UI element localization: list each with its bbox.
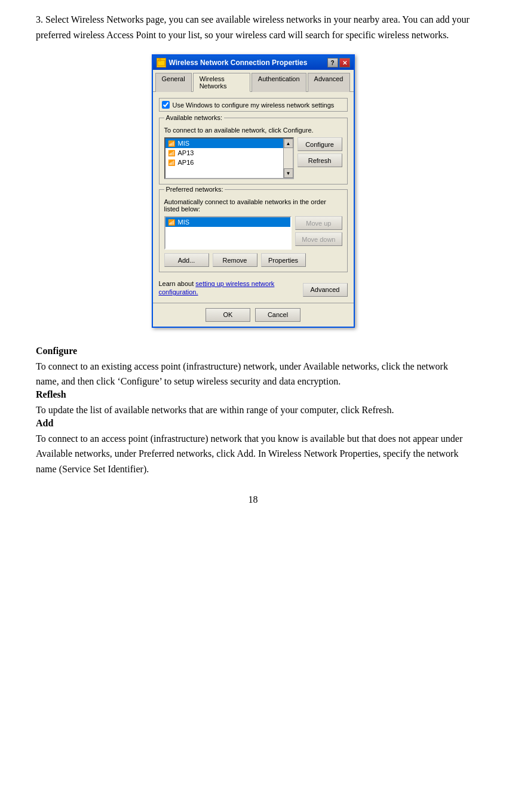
wifi-icon-ap16: 📶: [167, 158, 176, 167]
network-item-ap16[interactable]: 📶 AP16: [165, 158, 283, 167]
advanced-button[interactable]: Advanced: [303, 283, 348, 297]
scroll-track: [284, 148, 293, 168]
intro-paragraph: 3. Select Wireless Networks page, you ca…: [36, 12, 470, 42]
available-networks-row: 📶 MIS 📶 AP13 📶 AP16: [164, 137, 342, 179]
available-list[interactable]: 📶 MIS 📶 AP13 📶 AP16: [164, 137, 294, 179]
configure-button[interactable]: Configure: [298, 137, 342, 151]
bottom-area: Learn about setting up wireless network …: [159, 277, 348, 297]
preferred-legend: Preferred networks:: [164, 186, 225, 193]
titlebar-buttons: ? ✕: [327, 58, 350, 67]
preferred-item-mis[interactable]: 📶 MIS: [165, 217, 291, 227]
available-list-inner: 📶 MIS 📶 AP13 📶 AP16: [165, 139, 283, 178]
available-buttons: Configure Refresh: [298, 137, 342, 167]
titlebar-left: Wireless Network Connection Properties: [157, 58, 308, 67]
network-item-mis[interactable]: 📶 MIS: [165, 139, 283, 148]
wifi-icon-preferred-mis: 📶: [167, 218, 176, 226]
tab-authentication[interactable]: Authentication: [252, 73, 306, 92]
use-windows-label: Use Windows to configure my wireless net…: [173, 102, 335, 109]
page-number: 18: [36, 494, 470, 505]
available-desc: To connect to an available network, clic…: [164, 127, 342, 134]
add-button[interactable]: Add...: [164, 253, 209, 267]
network-name-mis: MIS: [178, 140, 190, 147]
network-item-ap13[interactable]: 📶 AP13: [165, 148, 283, 158]
preferred-move-buttons: Move up Move down: [295, 216, 342, 246]
cancel-button[interactable]: Cancel: [255, 308, 300, 322]
tab-advanced[interactable]: Advanced: [308, 73, 350, 92]
dialog-footer: OK Cancel: [153, 303, 354, 327]
available-list-scrollbar[interactable]: ▲ ▼: [283, 139, 293, 178]
use-windows-checkbox[interactable]: [162, 101, 170, 109]
scroll-down-arrow[interactable]: ▼: [284, 168, 293, 178]
dialog-body: Use Windows to configure my wireless net…: [153, 92, 354, 303]
add-heading: Add: [36, 418, 53, 428]
help-button[interactable]: ?: [327, 58, 338, 67]
dialog-title: Wireless Network Connection Properties: [169, 59, 308, 67]
available-networks-section: Available networks: To connect to an ava…: [159, 118, 348, 184]
network-name-ap16: AP16: [178, 159, 194, 166]
scroll-up-arrow[interactable]: ▲: [284, 139, 293, 148]
preferred-desc: Automatically connect to available netwo…: [164, 198, 342, 213]
use-windows-checkbox-row: Use Windows to configure my wireless net…: [159, 98, 348, 112]
available-legend: Available networks:: [164, 114, 225, 121]
preferred-networks-row: 📶 MIS Move up Move down: [164, 216, 342, 250]
dialog-wrapper: Wireless Network Connection Properties ?…: [36, 54, 470, 328]
wifi-icon-mis: 📶: [167, 139, 176, 147]
move-up-button[interactable]: Move up: [295, 216, 342, 230]
available-list-wrapper: 📶 MIS 📶 AP13 📶 AP16: [164, 137, 294, 179]
ok-button[interactable]: OK: [206, 308, 250, 322]
configure-section: Configure To connect to an existing acce…: [36, 346, 470, 389]
properties-button[interactable]: Properties: [261, 253, 306, 267]
learn-about-text: Learn about: [159, 280, 194, 287]
tab-wireless-networks[interactable]: Wireless Networks: [193, 73, 250, 92]
reflesh-heading: Reflesh: [36, 389, 66, 399]
preferred-networks-section: Preferred networks: Automatically connec…: [159, 189, 348, 272]
preferred-list[interactable]: 📶 MIS: [164, 216, 292, 250]
reflesh-text: To update the list of available networks…: [36, 402, 470, 418]
dialog-box: Wireless Network Connection Properties ?…: [152, 54, 355, 328]
preferred-name-mis: MIS: [178, 219, 190, 226]
learn-text-area: Learn about setting up wireless network …: [159, 279, 278, 297]
svg-rect-1: [159, 59, 161, 61]
reflesh-section: Reflesh To update the list of available …: [36, 389, 470, 418]
configure-heading: Configure: [36, 346, 77, 356]
preferred-bottom-buttons: Add... Remove Properties: [164, 253, 342, 267]
tab-general[interactable]: General: [155, 73, 192, 92]
close-button[interactable]: ✕: [339, 58, 350, 67]
configure-text: To connect to an existing access point (…: [36, 359, 470, 389]
dialog-titlebar: Wireless Network Connection Properties ?…: [153, 56, 354, 70]
add-section: Add To connect to an access point (infra…: [36, 418, 470, 477]
refresh-button[interactable]: Refresh: [298, 153, 342, 167]
move-down-button[interactable]: Move down: [295, 232, 342, 246]
remove-button[interactable]: Remove: [213, 253, 257, 267]
network-name-ap13: AP13: [178, 149, 194, 156]
title-icon: [157, 58, 166, 67]
dialog-tabs: General Wireless Networks Authentication…: [153, 70, 354, 92]
wifi-icon-ap13: 📶: [167, 149, 176, 157]
add-text: To connect to an access point (infrastru…: [36, 431, 470, 477]
